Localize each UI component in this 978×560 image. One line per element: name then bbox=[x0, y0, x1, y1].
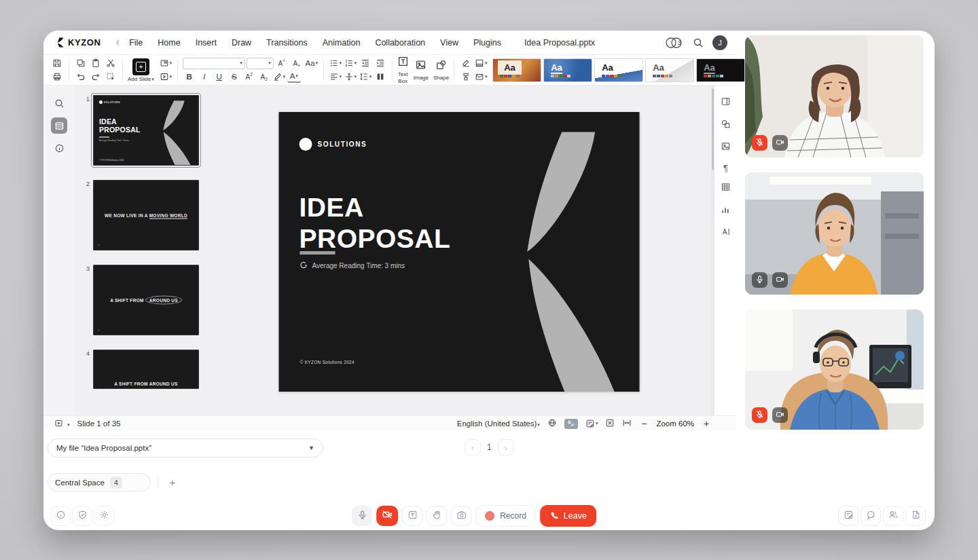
mail-icon[interactable] bbox=[474, 71, 488, 83]
outdent-icon[interactable] bbox=[359, 58, 372, 69]
spellcheck-icon[interactable] bbox=[564, 419, 578, 429]
notes-button[interactable] bbox=[838, 506, 858, 526]
subscript-button[interactable]: A2 bbox=[257, 71, 271, 83]
shapes-tool-icon[interactable] bbox=[721, 119, 731, 132]
menu-view[interactable]: View bbox=[440, 38, 458, 48]
search-slides-icon[interactable] bbox=[51, 95, 67, 111]
paste-icon[interactable] bbox=[89, 58, 103, 69]
theme-option-2[interactable]: Aa bbox=[543, 58, 592, 82]
participant-3-camera-icon[interactable] bbox=[772, 407, 788, 423]
canvas-scrollbar[interactable] bbox=[711, 86, 714, 415]
participant-2-camera-icon[interactable] bbox=[772, 272, 788, 288]
superscript-button[interactable]: A2 bbox=[242, 71, 256, 83]
theme-option-4[interactable]: Aa bbox=[645, 58, 694, 82]
language-select[interactable]: English (United States) bbox=[457, 419, 540, 428]
editing-mode-icon[interactable] bbox=[585, 419, 598, 428]
theme-option-1[interactable]: Aa bbox=[492, 58, 541, 82]
menu-insert[interactable]: Insert bbox=[196, 38, 217, 48]
table-tool-icon[interactable] bbox=[721, 182, 731, 195]
increase-font-button[interactable]: A˄ bbox=[275, 58, 289, 69]
participant-tile-3[interactable] bbox=[745, 310, 924, 430]
meeting-info-button[interactable] bbox=[50, 506, 71, 526]
collaborators-indicator[interactable]: 3 bbox=[664, 36, 684, 50]
slide-thumbnail-4[interactable]: A SHIFT FROM AROUND US bbox=[93, 350, 199, 389]
indent-icon[interactable] bbox=[374, 58, 387, 69]
theme-option-5[interactable]: Aa bbox=[696, 58, 745, 82]
copy-icon[interactable] bbox=[74, 58, 88, 69]
menu-animation[interactable]: Animation bbox=[323, 38, 361, 48]
insert-text-box-button[interactable]: Text Box bbox=[397, 56, 409, 83]
slide-thumbnail-2[interactable]: WE NOW LIVE IN A MOVING WORLD © bbox=[93, 180, 199, 250]
slide-thumbnail-3[interactable]: A SHIFT FROM AROUND US © bbox=[93, 265, 199, 335]
columns-icon[interactable] bbox=[374, 71, 387, 83]
strikethrough-button[interactable]: S bbox=[228, 71, 241, 83]
camera-off-button[interactable] bbox=[376, 506, 398, 526]
snapshot-button[interactable] bbox=[451, 506, 471, 526]
leave-button[interactable]: Leave bbox=[540, 505, 596, 527]
present-icon[interactable] bbox=[159, 71, 173, 83]
file-selector-dropdown[interactable]: My file “Idea Proposal.pptx” ▼ bbox=[48, 438, 323, 458]
italic-button[interactable]: I bbox=[198, 71, 211, 83]
participant-1-camera-icon[interactable] bbox=[772, 135, 788, 151]
theme-option-3[interactable]: Aa bbox=[594, 58, 643, 82]
paragraph-tool-icon[interactable]: ¶ bbox=[723, 164, 728, 172]
add-workspace-button[interactable]: + bbox=[164, 474, 181, 490]
participant-tile-2[interactable] bbox=[745, 172, 924, 295]
undo-icon[interactable] bbox=[74, 71, 88, 83]
line-spacing-icon[interactable] bbox=[359, 71, 372, 83]
add-slide-button[interactable]: + Add Slide bbox=[128, 58, 154, 82]
redo-icon[interactable] bbox=[89, 71, 103, 83]
menu-draw[interactable]: Draw bbox=[232, 38, 251, 48]
shape-fill-icon[interactable] bbox=[474, 58, 488, 69]
align-icon[interactable] bbox=[329, 71, 342, 83]
settings-button[interactable] bbox=[94, 506, 114, 526]
user-avatar[interactable]: J bbox=[712, 35, 727, 50]
save-icon[interactable] bbox=[50, 58, 64, 69]
back-chevron-icon[interactable]: ‹ bbox=[116, 35, 120, 49]
insert-shape-button[interactable]: Shape bbox=[433, 59, 449, 81]
info-panel-icon[interactable] bbox=[51, 140, 67, 156]
security-button[interactable] bbox=[72, 506, 92, 526]
participant-3-mic-muted-icon[interactable] bbox=[752, 407, 767, 423]
zoom-out-button[interactable]: − bbox=[639, 418, 649, 429]
record-button[interactable]: Record bbox=[475, 505, 536, 527]
slide-thumbnail-1[interactable]: SOLUTIONS IDEAPROPOSAL Average Reading T… bbox=[93, 95, 199, 166]
font-family-select[interactable] bbox=[183, 58, 245, 69]
bold-button[interactable]: B bbox=[183, 71, 196, 83]
share-screen-button[interactable] bbox=[402, 506, 422, 526]
print-icon[interactable] bbox=[50, 71, 64, 83]
menu-file[interactable]: File bbox=[129, 38, 143, 48]
menu-home[interactable]: Home bbox=[158, 38, 180, 48]
current-slide[interactable]: SOLUTIONS IDEAPROPOSAL Average Reading T… bbox=[279, 112, 640, 392]
microphone-button[interactable] bbox=[352, 506, 372, 526]
image-tool-icon[interactable] bbox=[721, 141, 731, 154]
documents-button[interactable] bbox=[905, 506, 926, 526]
next-page-button[interactable]: › bbox=[498, 439, 514, 455]
participant-1-mic-muted-icon[interactable] bbox=[752, 135, 767, 151]
cut-icon[interactable] bbox=[104, 58, 117, 69]
participant-tile-1[interactable] bbox=[745, 35, 924, 157]
panel-layout-icon[interactable] bbox=[721, 96, 731, 109]
select-icon[interactable] bbox=[104, 71, 117, 83]
highlight-color-icon[interactable] bbox=[272, 71, 286, 83]
fit-slide-icon[interactable] bbox=[605, 418, 615, 429]
decrease-font-button[interactable]: A˅ bbox=[290, 58, 304, 69]
zoom-in-button[interactable]: + bbox=[702, 418, 711, 429]
underline-button[interactable]: U bbox=[213, 71, 226, 83]
menu-plugins[interactable]: Plugins bbox=[473, 38, 501, 48]
raise-hand-button[interactable] bbox=[427, 506, 447, 526]
eraser-icon[interactable] bbox=[459, 58, 473, 69]
participant-2-mic-icon[interactable] bbox=[752, 272, 767, 288]
search-icon[interactable] bbox=[693, 37, 704, 48]
participants-button[interactable] bbox=[883, 506, 903, 526]
fit-width-icon[interactable] bbox=[622, 418, 632, 429]
globe-icon[interactable] bbox=[547, 418, 557, 429]
workspace-tab-central-space[interactable]: Central Space 4 bbox=[48, 473, 151, 491]
slideshow-chevron-icon[interactable] bbox=[67, 419, 70, 428]
menu-transitions[interactable]: Transitions bbox=[266, 38, 308, 48]
menu-collaboration[interactable]: Collaboration bbox=[375, 38, 425, 48]
chat-button[interactable] bbox=[861, 506, 881, 526]
insert-image-button[interactable]: Image bbox=[414, 59, 429, 81]
chart-tool-icon[interactable] bbox=[721, 204, 731, 217]
bullet-list-icon[interactable] bbox=[329, 58, 342, 69]
